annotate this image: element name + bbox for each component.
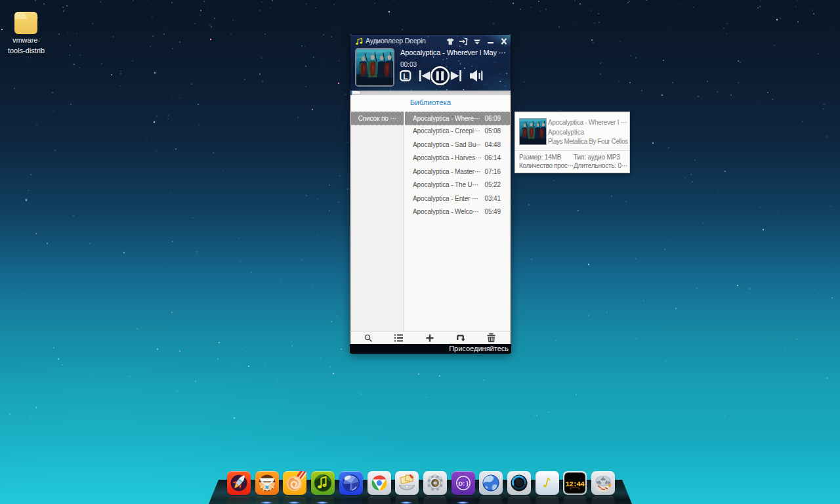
svg-text:12:44: 12:44 xyxy=(566,480,585,488)
svg-text:L: L xyxy=(403,72,408,81)
svg-text:D: ): D: ) xyxy=(458,480,468,487)
